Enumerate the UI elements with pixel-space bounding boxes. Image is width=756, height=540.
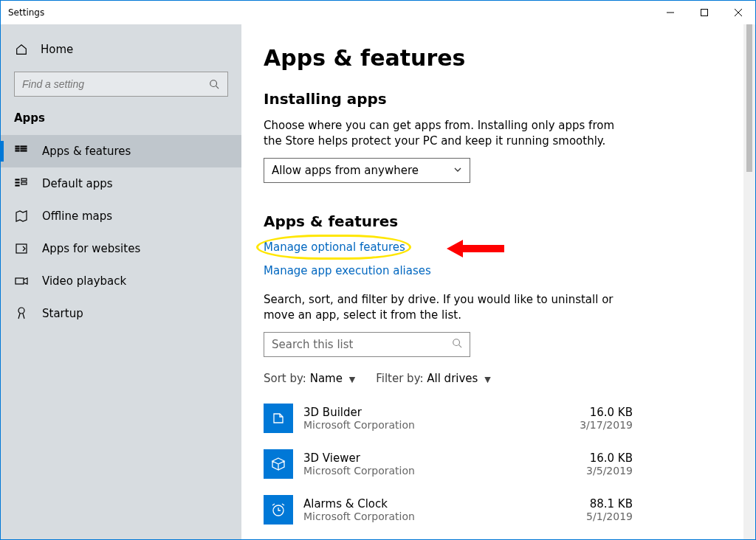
minimize-button[interactable] — [653, 1, 687, 24]
body: Home Apps — [1, 24, 755, 539]
chevron-down-icon: ▼ — [349, 375, 355, 384]
sort-by-control[interactable]: Sort by: Name ▼ — [264, 372, 355, 385]
sidebar-search[interactable] — [14, 72, 228, 97]
svg-point-17 — [453, 339, 460, 346]
annotation-arrow — [447, 238, 506, 262]
filter-by-value: All drives — [427, 372, 478, 385]
svg-rect-2 — [16, 146, 19, 147]
install-source-value: Allow apps from anywhere — [272, 164, 419, 177]
svg-rect-5 — [21, 146, 27, 147]
app-name: Alarms & Clock — [303, 497, 576, 510]
app-date: 5/1/2019 — [586, 510, 633, 522]
svg-rect-9 — [16, 182, 19, 183]
sidebar-item-apps-websites[interactable]: Apps for websites — [1, 232, 241, 265]
svg-rect-7 — [21, 150, 27, 151]
app-list-item[interactable]: 3D Builder Microsoft Corporation 16.0 KB… — [264, 397, 633, 440]
app-size: 16.0 KB — [586, 451, 633, 465]
svg-rect-3 — [16, 148, 19, 149]
apps-websites-icon — [14, 242, 29, 255]
svg-rect-8 — [16, 179, 19, 180]
svg-marker-16 — [447, 240, 504, 257]
app-name: 3D Viewer — [303, 451, 576, 465]
sidebar-item-label: Apps & features — [42, 145, 131, 158]
sidebar-search-input[interactable] — [22, 78, 208, 90]
app-date: 3/17/2019 — [580, 419, 633, 431]
sidebar-item-video-playback[interactable]: Video playback — [1, 265, 241, 297]
settings-window: Settings Home — [0, 0, 756, 540]
default-apps-icon — [14, 177, 29, 190]
apps-features-heading: Apps & features — [264, 212, 721, 230]
apps-features-icon — [14, 145, 29, 158]
sort-by-value: Name — [310, 372, 343, 385]
sidebar-item-label: Apps for websites — [42, 242, 140, 255]
scrollbar-thumb[interactable] — [746, 24, 752, 172]
offline-maps-icon — [14, 210, 29, 223]
app-icon-3d-viewer — [264, 449, 293, 479]
video-playback-icon — [14, 274, 29, 288]
installing-apps-description: Choose where you can get apps from. Inst… — [264, 118, 633, 149]
app-publisher: Microsoft Corporation — [303, 419, 569, 431]
filter-by-label: Filter by: — [376, 372, 423, 385]
main-scrollbar[interactable] — [743, 24, 755, 539]
sidebar-home[interactable]: Home — [1, 33, 241, 66]
app-icon-alarms-clock — [264, 495, 293, 525]
filter-description: Search, sort, and filter by drive. If yo… — [264, 292, 633, 323]
sidebar: Home Apps — [1, 24, 241, 539]
svg-point-1 — [210, 80, 217, 87]
filter-by-control[interactable]: Filter by: All drives ▼ — [376, 372, 490, 385]
app-name: 3D Builder — [303, 406, 569, 419]
search-icon — [452, 338, 462, 351]
manage-optional-features-link[interactable]: Manage optional features — [264, 240, 405, 254]
app-size: 16.0 KB — [580, 406, 633, 419]
chevron-down-icon: ▼ — [484, 375, 490, 384]
search-icon — [208, 79, 220, 89]
sidebar-item-label: Offline maps — [42, 210, 112, 223]
svg-rect-14 — [16, 278, 24, 284]
install-source-dropdown[interactable]: Allow apps from anywhere — [264, 158, 470, 183]
close-button[interactable] — [721, 1, 755, 24]
svg-rect-11 — [21, 179, 27, 181]
search-apps-input[interactable]: Search this list — [264, 332, 470, 357]
svg-rect-12 — [21, 182, 27, 184]
svg-rect-10 — [16, 185, 19, 186]
app-list-item[interactable]: Alarms & Clock Microsoft Corporation 88.… — [264, 488, 633, 531]
app-size: 88.1 KB — [586, 497, 633, 510]
startup-icon — [14, 307, 29, 320]
maximize-button[interactable] — [687, 1, 721, 24]
installing-apps-heading: Installing apps — [264, 90, 721, 108]
app-list-item[interactable]: 3D Viewer Microsoft Corporation 16.0 KB … — [264, 443, 633, 485]
svg-point-15 — [18, 308, 24, 314]
window-title: Settings — [8, 7, 44, 18]
main-content: Apps & features Installing apps Choose w… — [241, 24, 743, 539]
app-date: 3/5/2019 — [586, 465, 633, 477]
app-publisher: Microsoft Corporation — [303, 510, 576, 522]
svg-rect-6 — [21, 148, 27, 149]
sidebar-item-startup[interactable]: Startup — [1, 297, 241, 330]
page-title: Apps & features — [264, 45, 721, 71]
sidebar-item-label: Startup — [42, 307, 83, 320]
sidebar-item-offline-maps[interactable]: Offline maps — [1, 200, 241, 232]
app-publisher: Microsoft Corporation — [303, 465, 576, 477]
sidebar-item-default-apps[interactable]: Default apps — [1, 167, 241, 200]
app-icon-3d-builder — [264, 404, 293, 433]
svg-rect-0 — [701, 10, 708, 16]
sidebar-section-label: Apps — [1, 108, 241, 135]
sidebar-item-label: Default apps — [42, 177, 113, 190]
search-apps-placeholder: Search this list — [272, 338, 353, 351]
svg-rect-4 — [16, 150, 19, 151]
sidebar-item-apps-features[interactable]: Apps & features — [1, 135, 241, 167]
manage-app-aliases-link[interactable]: Manage app execution aliases — [264, 264, 431, 277]
titlebar: Settings — [1, 1, 755, 24]
sidebar-item-label: Video playback — [42, 274, 126, 288]
sidebar-home-label: Home — [41, 43, 73, 56]
home-icon — [14, 43, 29, 56]
chevron-down-icon — [453, 164, 462, 177]
sort-by-label: Sort by: — [264, 372, 306, 385]
